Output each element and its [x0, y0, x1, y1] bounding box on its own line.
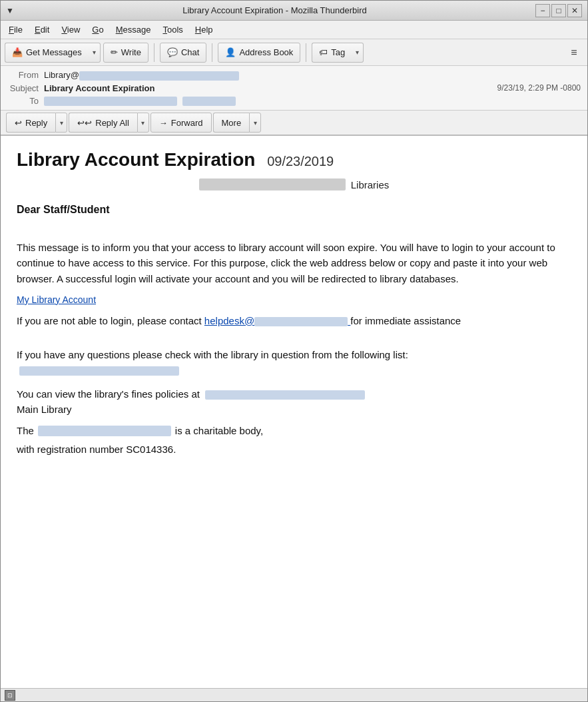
tag-group: 🏷 Tag ▾ [312, 43, 364, 63]
get-messages-group: 📥 Get Messages ▾ [5, 43, 101, 63]
menu-message[interactable]: Message [111, 23, 156, 37]
subject-label: Subject [7, 83, 44, 93]
my-library-account-link[interactable]: My Library Account [17, 294, 96, 305]
title-bar: ▼ Library Account Expiration - Mozilla T… [1, 1, 587, 21]
action-toolbar: ↩ Reply ▾ ↩↩ Reply All ▾ → Forward More … [1, 111, 587, 136]
chat-icon: 💬 [167, 47, 178, 57]
get-messages-icon: 📥 [12, 47, 23, 57]
sender-line: Libraries [17, 178, 571, 190]
list-redacted [19, 366, 179, 376]
charitable-line: The is a charitable body, [17, 425, 571, 436]
get-messages-dropdown[interactable]: ▾ [89, 43, 101, 63]
toolbar-separator-3 [306, 43, 306, 62]
more-dropdown[interactable]: ▾ [249, 113, 261, 133]
write-icon: ✏ [111, 47, 118, 57]
reply-icon: ↩ [15, 118, 22, 128]
reply-label: Reply [25, 118, 47, 128]
reply-group: ↩ Reply ▾ [6, 113, 67, 133]
menu-file[interactable]: File [3, 23, 28, 37]
reply-all-group: ↩↩ Reply All ▾ [69, 113, 149, 133]
connection-icon: ⊡ [5, 690, 15, 701]
sender-redacted [199, 178, 346, 190]
status-bar: ⊡ [1, 688, 587, 701]
maximize-button[interactable]: □ [551, 4, 566, 17]
tag-dropdown[interactable]: ▾ [352, 43, 364, 63]
email-paragraph-2: If you are not able to login, please con… [17, 313, 571, 328]
from-label: From [7, 70, 44, 80]
email-paragraph-1: This message is to inform you that your … [17, 240, 571, 286]
reply-dropdown[interactable]: ▾ [55, 113, 67, 133]
address-book-button[interactable]: 👤 Address Book [218, 43, 300, 63]
library-link-line: My Library Account [17, 294, 571, 305]
email-body: Library Account Expiration 09/23/2019 Li… [1, 136, 587, 688]
fines-redacted [205, 390, 365, 400]
tag-label: Tag [331, 47, 345, 57]
menu-tools[interactable]: Tools [157, 23, 188, 37]
to-row: To [1, 95, 587, 108]
subject-row: Subject Library Account Expiration 9/23/… [1, 82, 587, 95]
from-row: From Library@ [1, 69, 587, 82]
reply-all-button[interactable]: ↩↩ Reply All [69, 113, 137, 133]
more-button[interactable]: More [213, 113, 250, 133]
to-value [44, 96, 581, 107]
chat-label: Chat [181, 47, 199, 57]
forward-button[interactable]: → Forward [150, 113, 212, 133]
to-redacted [44, 97, 177, 106]
tag-icon: 🏷 [319, 47, 328, 57]
menu-edit[interactable]: Edit [29, 23, 55, 37]
app-icon: ▼ [6, 6, 14, 15]
reply-all-icon: ↩↩ [77, 118, 92, 128]
email-title: Library Account Expiration 09/23/2019 [17, 149, 334, 170]
minimize-button[interactable]: − [535, 4, 550, 17]
window-controls: − □ ✕ [535, 4, 582, 17]
hamburger-button[interactable]: ≡ [565, 43, 583, 62]
email-paragraph-4: You can view the library's fines policie… [17, 386, 571, 418]
email-title-line: Library Account Expiration 09/23/2019 [17, 149, 571, 171]
reply-all-label: Reply All [95, 118, 129, 128]
write-button[interactable]: ✏ Write [103, 43, 148, 63]
address-book-label: Address Book [239, 47, 293, 57]
email-title-date: 09/23/2019 [267, 154, 334, 169]
sender-name: Libraries [351, 179, 390, 190]
helpdesk-redacted [254, 317, 348, 326]
subject-value: Library Account Expiration [44, 83, 497, 93]
address-book-icon: 👤 [225, 47, 236, 57]
registration-line: with registration number SC014336. [17, 442, 571, 457]
toolbar-separator-2 [212, 43, 212, 62]
from-value: Library@ [44, 70, 581, 81]
get-messages-label: Get Messages [26, 47, 82, 57]
window-title: Library Account Expiration - Mozilla Thu… [14, 5, 535, 15]
tag-button[interactable]: 🏷 Tag [312, 43, 352, 63]
forward-icon: → [159, 118, 168, 128]
charitable-redacted [38, 426, 171, 436]
email-header: From Library@ Subject Library Account Ex… [1, 66, 587, 111]
toolbar-separator-1 [154, 43, 154, 62]
helpdesk-link[interactable]: helpdesk@ [204, 315, 350, 326]
reply-all-dropdown[interactable]: ▾ [137, 113, 149, 133]
get-messages-button[interactable]: 📥 Get Messages [5, 43, 89, 63]
menu-help[interactable]: Help [190, 23, 218, 37]
email-greeting: Dear Staff/Student [17, 204, 571, 216]
chat-button[interactable]: 💬 Chat [160, 43, 206, 63]
menu-view[interactable]: View [56, 23, 85, 37]
menu-bar: File Edit View Go Message Tools Help [1, 21, 587, 39]
reply-button[interactable]: ↩ Reply [6, 113, 55, 133]
close-button[interactable]: ✕ [567, 4, 582, 17]
main-toolbar: 📥 Get Messages ▾ ✏ Write 💬 Chat 👤 Addres… [1, 39, 587, 66]
to-redacted-2 [182, 97, 236, 106]
from-redacted [79, 71, 239, 81]
email-paragraph-3: If you have any questions please check w… [17, 347, 571, 378]
to-label: To [7, 96, 44, 106]
menu-go[interactable]: Go [87, 23, 109, 37]
write-label: Write [121, 47, 141, 57]
more-label: More [222, 118, 242, 128]
more-group: More ▾ [213, 113, 262, 133]
email-date: 9/23/19, 2:29 PM -0800 [497, 83, 581, 93]
forward-label: Forward [171, 118, 203, 128]
title-bar-left: ▼ [6, 6, 14, 15]
